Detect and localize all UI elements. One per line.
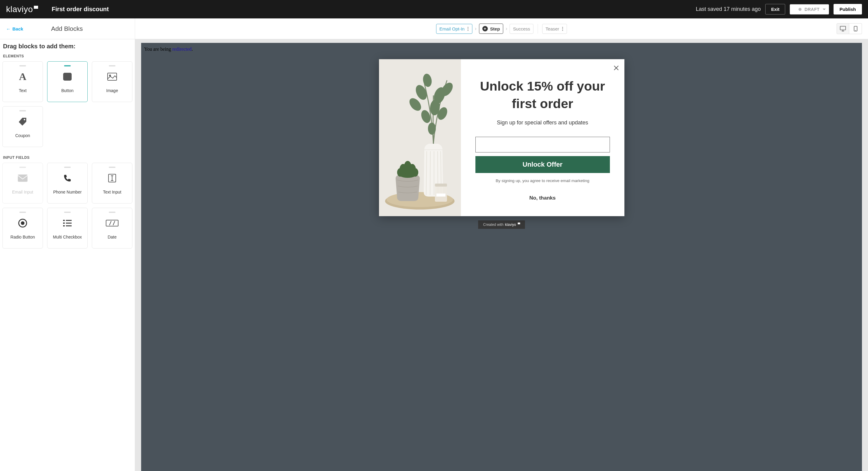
drag-handle-icon [109, 212, 116, 213]
step-email-optin[interactable]: Email Opt-In [436, 24, 472, 34]
envelope-icon [18, 172, 28, 184]
svg-point-7 [24, 119, 25, 120]
svg-rect-5 [107, 73, 117, 80]
svg-point-46 [412, 168, 418, 177]
popup-disclaimer: By signing up, you agree to receive emai… [496, 178, 589, 183]
block-button[interactable]: Button [47, 61, 88, 102]
block-label: Coupon [15, 133, 30, 138]
redirect-link[interactable]: redirected [172, 46, 192, 52]
kebab-icon[interactable] [562, 27, 564, 31]
credit-badge: Created with klaviyo [478, 221, 525, 229]
popup-subheading: Sign up for special offers and updates [497, 120, 588, 126]
plus-circle-icon: + [483, 26, 488, 31]
unlock-offer-button[interactable]: Unlock Offer [475, 156, 610, 173]
topbar-right-group: Last saved 17 minutes ago Exit DRAFT Pub… [696, 4, 862, 14]
svg-line-22 [110, 221, 111, 225]
popup-image [379, 59, 461, 216]
drag-handle-icon [19, 167, 26, 168]
kebab-icon[interactable] [467, 27, 469, 31]
close-button[interactable] [614, 65, 619, 72]
svg-rect-15 [63, 220, 65, 221]
block-coupon[interactable]: Coupon [2, 106, 43, 147]
steps-nav: Email Opt-In › + Step › Success Teaser [135, 24, 868, 34]
device-toggle [837, 23, 862, 34]
status-dropdown[interactable]: DRAFT [790, 4, 829, 14]
radio-icon [18, 217, 27, 229]
blocks-sidebar: Drag blocks to add them: ELEMENTS A Text… [0, 39, 135, 471]
block-label: Email Input [12, 190, 33, 195]
svg-rect-20 [66, 225, 72, 226]
no-thanks-link[interactable]: No, thanks [529, 195, 556, 201]
block-date[interactable]: Date [92, 208, 132, 248]
logo-flag-icon [34, 6, 38, 9]
step-teaser[interactable]: Teaser [542, 24, 567, 34]
redirect-prefix: You are being [144, 46, 172, 52]
drag-instruction: Drag blocks to add them: [3, 43, 132, 50]
text-input-icon [108, 172, 116, 184]
main-area: Drag blocks to add them: ELEMENTS A Text… [0, 39, 868, 471]
drag-handle-icon [64, 167, 71, 168]
section-inputs-label: INPUT FIELDS [3, 156, 132, 160]
publish-button[interactable]: Publish [834, 4, 862, 14]
form-title: First order discount [52, 6, 109, 13]
popup-heading: Unlock 15% off your first order [475, 77, 610, 112]
email-input[interactable] [475, 137, 610, 153]
block-image[interactable]: Image [92, 61, 132, 102]
step-label: Success [513, 26, 530, 31]
svg-rect-16 [66, 220, 72, 221]
block-email-input[interactable]: Email Input [2, 163, 43, 203]
logo-flag-icon [518, 223, 520, 224]
sidebar-header: ← Back Add Blocks [0, 19, 135, 39]
desktop-preview-button[interactable] [837, 23, 849, 34]
elements-grid: A Text Button Image Coupon [2, 61, 132, 147]
status-dot-icon [799, 8, 802, 11]
svg-line-23 [113, 221, 115, 225]
drag-handle-icon [64, 65, 71, 66]
monitor-icon [840, 26, 846, 31]
drag-handle-icon [64, 212, 71, 213]
divider [538, 24, 538, 34]
step-label: Step [490, 26, 500, 31]
add-step-button[interactable]: + Step [479, 24, 503, 34]
back-button[interactable]: ← Back [6, 26, 23, 31]
svg-point-6 [110, 75, 111, 76]
chevron-right-icon: › [503, 26, 509, 31]
drag-handle-icon [109, 65, 116, 66]
credit-brand: klaviyo [505, 223, 516, 227]
credit-text: Created with [483, 223, 503, 227]
image-icon [107, 71, 117, 83]
svg-rect-49 [436, 194, 445, 197]
section-elements-label: ELEMENTS [3, 54, 132, 58]
svg-rect-0 [840, 26, 846, 30]
drag-handle-icon [19, 212, 26, 213]
tag-icon [18, 115, 27, 128]
app-topbar: klaviyo First order discount Last saved … [0, 0, 868, 19]
brand-logo: klaviyo [6, 4, 38, 14]
preview-canvas: You are being redirected. [135, 39, 868, 471]
mobile-icon [854, 26, 858, 31]
exit-button[interactable]: Exit [765, 4, 785, 14]
block-text[interactable]: A Text [2, 61, 43, 102]
block-text-input[interactable]: Text Input [92, 163, 132, 203]
svg-rect-17 [63, 223, 65, 224]
last-saved-text: Last saved 17 minutes ago [696, 6, 761, 12]
block-radio-button[interactable]: Radio Button [2, 208, 43, 248]
block-multi-checkbox[interactable]: Multi Checkbox [47, 208, 88, 248]
text-icon: A [19, 71, 27, 83]
svg-rect-18 [66, 223, 72, 224]
drag-handle-icon [109, 167, 116, 168]
drag-handle-icon [19, 65, 26, 66]
plant-illustration-icon [379, 59, 461, 216]
block-label: Radio Button [10, 235, 35, 239]
step-success[interactable]: Success [509, 24, 533, 34]
button-icon [63, 71, 72, 83]
block-phone-number[interactable]: Phone Number [47, 163, 88, 203]
close-icon [614, 65, 619, 71]
mobile-preview-button[interactable] [849, 23, 862, 34]
svg-line-28 [430, 151, 430, 195]
svg-point-14 [21, 221, 25, 225]
svg-point-45 [397, 168, 403, 177]
popup-content: Unlock 15% off your first order Sign up … [461, 59, 624, 216]
panel-title: Add Blocks [51, 25, 83, 32]
back-label: Back [12, 26, 23, 31]
